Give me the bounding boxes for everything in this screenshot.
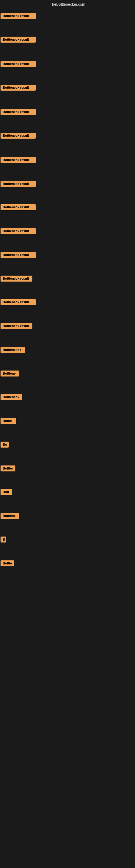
bottleneck-row-13[interactable]: Bottleneck result	[1, 299, 36, 306]
bottleneck-row-3[interactable]: Bottleneck result	[1, 61, 36, 68]
bottleneck-row-17[interactable]: Bottleneck	[1, 394, 22, 401]
bottleneck-row-19[interactable]: Bo	[1, 442, 9, 448]
bottleneck-row-16[interactable]: Bottlene	[1, 371, 19, 378]
bottleneck-badge-7[interactable]: Bottleneck result	[1, 157, 36, 163]
bottleneck-badge-6[interactable]: Bottleneck result	[1, 133, 36, 138]
bottleneck-badge-1[interactable]: Bottleneck result	[1, 13, 36, 19]
bottleneck-badge-9[interactable]: Bottleneck result	[1, 204, 36, 210]
bottleneck-row-2[interactable]: Bottleneck result	[1, 37, 36, 44]
bottleneck-badge-15[interactable]: Bottleneck r	[1, 347, 25, 353]
bottleneck-badge-19[interactable]: Bo	[1, 442, 9, 447]
bottleneck-badge-21[interactable]: Bott	[1, 489, 12, 495]
bottleneck-row-20[interactable]: Bottler	[1, 465, 15, 472]
bottleneck-row-21[interactable]: Bott	[1, 489, 12, 496]
bottleneck-row-24[interactable]: Bottle	[1, 560, 14, 567]
bottleneck-row-4[interactable]: Bottleneck result	[1, 85, 36, 92]
bottleneck-badge-24[interactable]: Bottle	[1, 560, 14, 566]
bottleneck-badge-18[interactable]: Bottle	[1, 418, 16, 424]
bottleneck-row-22[interactable]: Bottlene	[1, 513, 19, 520]
bottleneck-row-8[interactable]: Bottleneck result	[1, 181, 36, 188]
bottleneck-badge-16[interactable]: Bottlene	[1, 371, 19, 376]
bottleneck-badge-13[interactable]: Bottleneck result	[1, 299, 36, 305]
bottleneck-row-5[interactable]: Bottleneck result	[1, 109, 36, 116]
bottleneck-row-9[interactable]: Bottleneck result	[1, 204, 36, 211]
bottleneck-row-18[interactable]: Bottle	[1, 418, 16, 425]
bottleneck-badge-8[interactable]: Bottleneck result	[1, 181, 36, 187]
bottleneck-badge-2[interactable]: Bottleneck result	[1, 37, 36, 42]
bottleneck-badge-5[interactable]: Bottleneck result	[1, 109, 36, 115]
bottleneck-badge-11[interactable]: Bottleneck result	[1, 252, 36, 258]
bottleneck-badge-12[interactable]: Bottleneck result	[1, 276, 32, 282]
bottleneck-row-12[interactable]: Bottleneck result	[1, 276, 32, 283]
bottleneck-badge-20[interactable]: Bottler	[1, 465, 15, 471]
bottleneck-badge-4[interactable]: Bottleneck result	[1, 85, 36, 91]
bottleneck-row-14[interactable]: Bottleneck result	[1, 323, 32, 330]
bottleneck-row-15[interactable]: Bottleneck r	[1, 347, 25, 354]
bottleneck-badge-22[interactable]: Bottlene	[1, 513, 19, 519]
site-title-container: TheBottlenecker.com	[0, 0, 135, 10]
bottleneck-badge-10[interactable]: Bottleneck result	[1, 228, 36, 234]
bottleneck-badge-14[interactable]: Bottleneck result	[1, 323, 32, 329]
bottleneck-row-7[interactable]: Bottleneck result	[1, 157, 36, 164]
rows-container: Bottleneck resultBottleneck resultBottle…	[0, 10, 135, 864]
bottleneck-row-1[interactable]: Bottleneck result	[1, 13, 36, 20]
bottleneck-badge-17[interactable]: Bottleneck	[1, 394, 22, 400]
bottleneck-badge-3[interactable]: Bottleneck result	[1, 61, 36, 67]
bottleneck-row-6[interactable]: Bottleneck result	[1, 133, 36, 140]
site-title: TheBottlenecker.com	[0, 0, 135, 10]
bottleneck-row-11[interactable]: Bottleneck result	[1, 252, 36, 259]
bottleneck-row-23[interactable]: B	[1, 536, 6, 544]
bottleneck-row-10[interactable]: Bottleneck result	[1, 228, 36, 235]
bottleneck-badge-23[interactable]: B	[1, 536, 6, 542]
